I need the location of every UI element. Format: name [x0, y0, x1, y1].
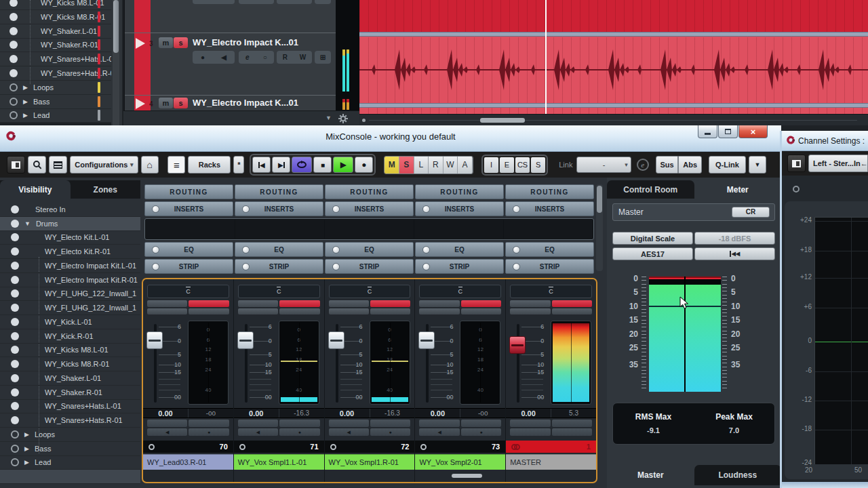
minimize-button[interactable]: [698, 125, 717, 138]
track-folder-row[interactable]: ▶Lead: [0, 108, 111, 123]
audio-clip-lane[interactable]: [359, 37, 868, 103]
channel-name[interactable]: MASTER: [506, 454, 596, 470]
eq-led-icon[interactable]: [332, 246, 340, 253]
visibility-dot-icon[interactable]: [11, 205, 19, 214]
visibility-dot-icon[interactable]: [9, 13, 18, 21]
record-enable-button[interactable]: ●: [461, 428, 501, 436]
track-title[interactable]: WY_Electro Impact K...01: [193, 37, 298, 47]
visibility-row[interactable]: WY_Electo Kit.R-01: [0, 245, 140, 259]
channel-name[interactable]: WY_Lead03.R-01: [143, 454, 233, 470]
scrollbar-thumb[interactable]: [480, 118, 525, 123]
button-cell[interactable]: [419, 420, 459, 427]
inserts-led-icon[interactable]: [152, 205, 159, 213]
button-cell[interactable]: [552, 420, 592, 427]
visibility-row[interactable]: WY_FI_UHG_122_Inwall_1: [0, 287, 140, 302]
window-layout-button[interactable]: [7, 156, 25, 174]
cycle-button[interactable]: [292, 157, 312, 173]
routing-rack[interactable]: ROUTING: [325, 184, 414, 199]
visibility-dot-icon[interactable]: [11, 220, 19, 228]
tab-zones[interactable]: Zones: [71, 180, 141, 199]
gain-value[interactable]: 0.00: [415, 409, 460, 418]
listen-indicator[interactable]: [329, 308, 369, 314]
listen-indicator[interactable]: [419, 308, 459, 314]
channel-number-row[interactable]: 73: [415, 441, 505, 453]
pan-control[interactable]: C: [147, 285, 229, 298]
mute-indicator[interactable]: [419, 300, 459, 307]
channel-name[interactable]: WY_Vox Smpl1.R-01: [325, 454, 415, 470]
inserts-rack[interactable]: INSERTS: [325, 201, 414, 216]
cr-button[interactable]: CR: [732, 207, 770, 218]
listen-indicator[interactable]: [238, 308, 278, 314]
visibility-dot-icon[interactable]: [11, 332, 19, 340]
expand-arrow-icon[interactable]: ▶: [23, 84, 28, 91]
inserts-rack[interactable]: INSERTS: [505, 201, 594, 216]
strip-rack[interactable]: STRIP: [505, 259, 594, 274]
visibility-row-selected[interactable]: ▼Drums: [0, 217, 140, 231]
inserts-led-icon[interactable]: [242, 205, 250, 213]
strip-led-icon[interactable]: [332, 263, 340, 270]
inserts-rack[interactable]: INSERTS: [235, 201, 323, 216]
visibility-row[interactable]: WY_Snares+Hats.R-01: [0, 413, 140, 428]
meter-peak-value[interactable]: -oo: [460, 409, 505, 418]
routing-rack[interactable]: ROUTING: [235, 184, 323, 199]
visibility-dot-icon[interactable]: [9, 69, 18, 77]
tracklist-scrollbar[interactable]: [113, 0, 119, 125]
expand-arrow-icon[interactable]: ▶: [23, 112, 28, 119]
visibility-row[interactable]: WY_Electro Impact Kit.R-01: [0, 273, 140, 287]
eq-rack[interactable]: EQ: [505, 242, 594, 257]
visibility-row[interactable]: WY_Snares+Hats.L-01: [0, 400, 140, 414]
track-row[interactable]: WY_Snares+Hats.L-01: [0, 52, 111, 66]
channel-filter-button[interactable]: [49, 156, 67, 174]
link-group-dropdown[interactable]: -▾: [576, 157, 631, 173]
listen-filter-button[interactable]: L: [414, 157, 429, 174]
monitor-button[interactable]: ◀: [238, 428, 278, 436]
track-row[interactable]: WY_Snares+Hats.R-01: [0, 66, 111, 81]
write-button[interactable]: W: [300, 54, 306, 61]
expand-arrow-icon[interactable]: ▶: [24, 459, 29, 466]
racks-scrollbar[interactable]: [596, 184, 603, 271]
visibility-row[interactable]: WY_FI_UHG_122_Inwall_1: [0, 301, 140, 315]
mixconsole-titlebar[interactable]: MixConsole - working you default ×: [0, 125, 781, 152]
peak-max-value[interactable]: 7.0: [694, 426, 774, 434]
visibility-dot-icon[interactable]: [9, 27, 18, 35]
play-button[interactable]: ▶: [333, 157, 353, 173]
close-button[interactable]: ×: [738, 125, 768, 138]
strip-led-icon[interactable]: [422, 263, 430, 270]
sends-rack-button[interactable]: S: [531, 157, 545, 173]
visibility-row[interactable]: WY_Shaker.R-01: [0, 386, 140, 400]
listen-indicator[interactable]: [370, 308, 410, 314]
mute-button[interactable]: m: [159, 37, 173, 48]
dbfs-button[interactable]: -18 dBFS: [694, 232, 775, 245]
meter-peak-value[interactable]: -16.3: [279, 409, 324, 418]
track-row[interactable]: WY_Kicks M8.L-01: [0, 0, 111, 10]
expand-arrow-icon[interactable]: ▶: [23, 98, 28, 105]
channel-settings-titlebar[interactable]: Channel Settings : W: [782, 131, 868, 151]
visibility-dot-icon[interactable]: [9, 41, 18, 49]
meter-source-field[interactable]: MasterCR: [612, 203, 775, 221]
automation-filter-button[interactable]: A: [458, 157, 473, 174]
solo-indicator[interactable]: [189, 300, 229, 307]
gain-value[interactable]: 0.00: [325, 409, 370, 418]
button-cell[interactable]: [189, 420, 229, 427]
horizontal-scrollbar[interactable]: [359, 114, 868, 125]
eq-led-icon[interactable]: [422, 246, 430, 253]
strip-led-icon[interactable]: [513, 263, 520, 270]
configurations-dropdown[interactable]: Configurations▾: [70, 156, 138, 174]
inserts-led-icon[interactable]: [422, 205, 430, 213]
pan-control[interactable]: C: [329, 285, 411, 298]
find-channel-button[interactable]: [28, 156, 47, 174]
insert-slot[interactable]: [325, 220, 414, 239]
mute-button[interactable]: m: [159, 98, 173, 108]
visibility-dot-icon[interactable]: [11, 445, 19, 453]
track-folder-row[interactable]: ▶Loops: [0, 81, 111, 95]
listen-indicator[interactable]: [461, 308, 501, 314]
strip-rack[interactable]: STRIP: [144, 259, 233, 274]
record-enable-button[interactable]: ●: [189, 428, 229, 436]
maximize-button[interactable]: [718, 125, 738, 138]
strip-led-icon[interactable]: [152, 263, 159, 270]
write-filter-button[interactable]: W: [443, 157, 458, 174]
button-cell[interactable]: [370, 420, 410, 427]
arrow-left-icon[interactable]: ←: [861, 159, 868, 167]
visibility-dot-icon[interactable]: [9, 111, 18, 119]
channel-number-row[interactable]: 72: [325, 441, 415, 453]
